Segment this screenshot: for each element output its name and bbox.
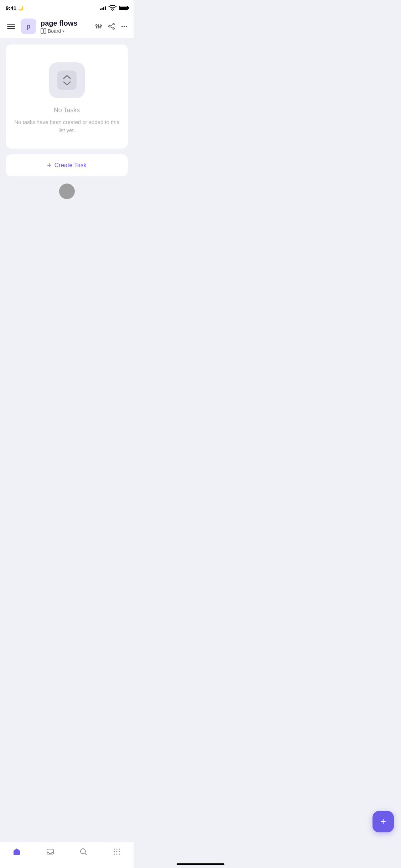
moon-icon: 🌙 [18,5,24,11]
header-actions [95,23,128,30]
svg-line-12 [110,25,113,26]
svg-point-9 [113,24,114,25]
create-task-button[interactable]: + Create Task [6,154,128,176]
chevron-down-icon: ▾ [62,29,64,33]
no-tasks-card: No Tasks No tasks have been created or a… [6,45,128,149]
svg-point-14 [121,26,123,27]
board-view-icon [41,28,46,34]
svg-point-15 [124,26,125,27]
svg-point-11 [113,28,114,29]
status-time: 9:41 🌙 [6,5,24,11]
create-task-label: Create Task [54,162,87,169]
project-title: page flows [41,19,91,27]
svg-line-13 [110,27,113,28]
create-task-plus-icon: + [47,161,52,169]
more-icon [121,23,128,30]
share-button[interactable] [108,23,115,30]
svg-rect-1 [41,29,43,33]
svg-point-0 [112,10,113,11]
header: p page flows Board ▾ [0,16,134,39]
workspace-avatar[interactable]: p [21,19,36,34]
svg-rect-2 [44,29,46,33]
svg-point-16 [126,26,127,27]
signal-icon [100,6,106,10]
no-tasks-title: No Tasks [54,107,80,114]
svg-point-4 [96,25,97,26]
battery-icon [119,6,128,10]
status-icons [100,4,128,12]
view-selector[interactable]: Board ▾ [41,28,91,34]
menu-button[interactable] [6,22,16,30]
header-title-section: page flows Board ▾ [41,19,91,34]
share-icon [108,23,115,30]
main-content: No Tasks No tasks have been created or a… [0,39,134,258]
svg-point-8 [100,25,101,26]
time-label: 9:41 [6,5,16,11]
no-tasks-description: No tasks have been created or added to t… [13,118,121,134]
scroll-dot [59,184,75,199]
workspace-letter: p [27,23,31,30]
view-label: Board [48,28,61,34]
filter-icon [95,23,102,30]
status-bar: 9:41 🌙 [0,0,134,16]
scroll-indicator [6,176,128,206]
clickup-logo-icon [57,71,77,90]
filter-button[interactable] [95,23,102,30]
svg-point-10 [109,26,110,27]
wifi-icon [108,4,117,12]
empty-state-icon [49,62,85,98]
more-options-button[interactable] [121,23,128,30]
svg-point-6 [98,26,99,28]
